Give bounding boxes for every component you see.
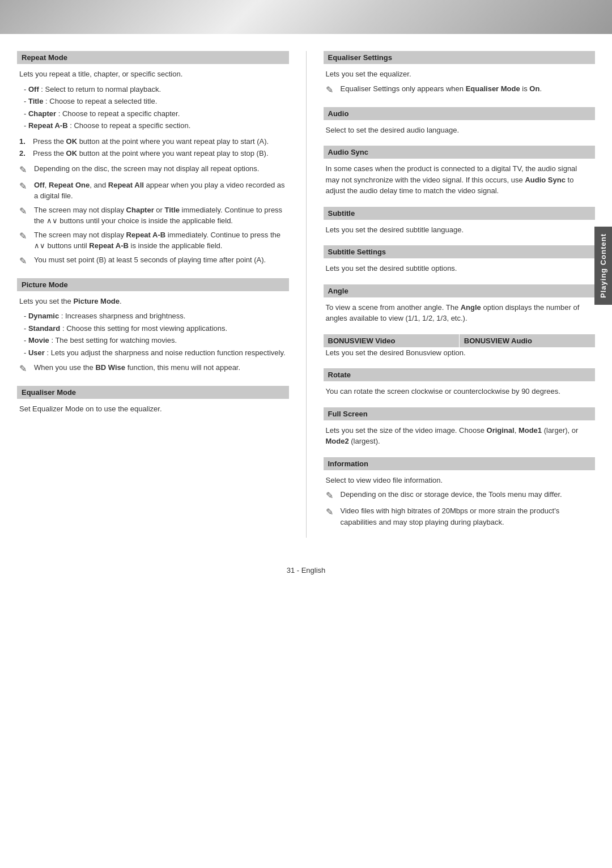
section-body-information: Select to view video file information. ✎…: [324, 475, 596, 528]
note-icon: ✎: [19, 205, 32, 218]
section-header-full-screen: Full Screen: [324, 407, 596, 420]
note-icon: ✎: [19, 163, 32, 177]
section-header-angle: Angle: [324, 284, 596, 297]
picture-mode-intro: Lets you set the Picture Mode.: [19, 296, 287, 307]
note-item: ✎ Equaliser Settings only appears when E…: [326, 83, 593, 97]
note-item: ✎ The screen may not display Repeat A-B …: [19, 229, 287, 252]
full-screen-body: Lets you set the size of the video image…: [326, 425, 593, 447]
note-text: You must set point (B) at least 5 second…: [34, 254, 266, 266]
section-header-subtitle-settings: Subtitle Settings: [324, 245, 596, 258]
note-text: The screen may not display Repeat A-B im…: [34, 229, 287, 252]
note-icon: ✎: [19, 180, 32, 193]
bonusview-header-row: BONUSVIEW Video BONUSVIEW Audio: [324, 334, 596, 347]
note-text: When you use the BD Wise function, this …: [34, 362, 240, 373]
note-icon: ✎: [19, 254, 32, 268]
page-number: 31 - English: [287, 566, 326, 575]
page-header: [0, 0, 612, 34]
note-icon: ✎: [19, 362, 32, 376]
section-body-audio-sync: In some cases when the product is connec…: [324, 163, 596, 197]
section-full-screen: Full Screen Lets you set the size of the…: [324, 407, 596, 447]
section-header-audio: Audio: [324, 107, 596, 120]
section-header-rotate: Rotate: [324, 368, 596, 381]
equaliser-settings-body: Lets you set the equalizer.: [326, 69, 593, 80]
section-body-equaliser-settings: Lets you set the equalizer. ✎ Equaliser …: [324, 69, 596, 97]
audio-sync-body: In some cases when the product is connec…: [326, 163, 593, 197]
note-item: ✎ Depending on the disc or storage devic…: [326, 489, 593, 503]
note-item: ✎ The screen may not display Chapter or …: [19, 205, 287, 227]
note-item: ✎ Off, Repeat One, and Repeat All appear…: [19, 180, 287, 202]
list-item: Chapter : Choose to repeat a specific ch…: [24, 108, 287, 120]
note-text: Depending on the disc, the screen may no…: [34, 163, 259, 175]
section-header-information: Information: [324, 457, 596, 470]
section-body-rotate: You can rotate the screen clockwise or c…: [324, 386, 596, 397]
section-body-audio: Select to set the desired audio language…: [324, 125, 596, 136]
content-area: Repeat Mode Lets you repeat a title, cha…: [0, 34, 612, 555]
section-audio: Audio Select to set the desired audio la…: [324, 107, 596, 136]
section-header-repeat-mode: Repeat Mode: [17, 51, 289, 64]
repeat-mode-intro: Lets you repeat a title, chapter, or spe…: [19, 69, 287, 80]
list-item: 2.Press the OK button at the point where…: [19, 147, 287, 160]
list-item: User : Lets you adjust the sharpness and…: [24, 347, 287, 359]
side-tab-playing-content: Playing Content: [594, 227, 612, 305]
section-bonusview: BONUSVIEW Video BONUSVIEW Audio Lets you…: [324, 334, 596, 359]
section-body-subtitle-settings: Lets you set the desired subtitle option…: [324, 263, 596, 274]
list-item: 1.Press the OK button at the point where…: [19, 135, 287, 148]
section-picture-mode: Picture Mode Lets you set the Picture Mo…: [17, 278, 289, 376]
section-repeat-mode: Repeat Mode Lets you repeat a title, cha…: [17, 51, 289, 268]
note-text: Off, Repeat One, and Repeat All appear w…: [34, 180, 287, 202]
section-audio-sync: Audio Sync In some cases when the produc…: [324, 146, 596, 197]
section-body-repeat-mode: Lets you repeat a title, chapter, or spe…: [17, 69, 289, 268]
section-equaliser-settings: Equaliser Settings Lets you set the equa…: [324, 51, 596, 97]
note-icon: ✎: [19, 229, 32, 243]
section-body-subtitle: Lets you set the desired subtitle langua…: [324, 224, 596, 236]
left-column: Repeat Mode Lets you repeat a title, cha…: [17, 51, 289, 538]
angle-body: To view a scene from another angle. The …: [326, 302, 593, 324]
note-item: ✎ When you use the BD Wise function, thi…: [19, 362, 287, 376]
section-header-audio-sync: Audio Sync: [324, 146, 596, 159]
section-header-subtitle: Subtitle: [324, 207, 596, 220]
page-footer: 31 - English: [0, 555, 612, 580]
note-item: ✎ You must set point (B) at least 5 seco…: [19, 254, 287, 268]
section-header-picture-mode: Picture Mode: [17, 278, 289, 291]
audio-body: Select to set the desired audio language…: [326, 125, 593, 136]
section-angle: Angle To view a scene from another angle…: [324, 284, 596, 324]
note-icon: ✎: [326, 505, 338, 519]
section-body-picture-mode: Lets you set the Picture Mode. Dynamic :…: [17, 296, 289, 376]
section-body-bonusview: Lets you set the desired Bonusview optio…: [324, 347, 596, 359]
list-item: Off : Select to return to normal playbac…: [24, 83, 287, 96]
picture-mode-bullets: Dynamic : Increases sharpness and bright…: [19, 310, 287, 359]
bonusview-audio-header: BONUSVIEW Audio: [460, 334, 595, 347]
bonusview-video-header: BONUSVIEW Video: [324, 334, 460, 347]
note-item: ✎ Video files with high bitrates of 20Mb…: [326, 505, 593, 527]
list-item: Title : Choose to repeat a selected titl…: [24, 95, 287, 108]
note-item: ✎ Depending on the disc, the screen may …: [19, 163, 287, 177]
section-body-equaliser-mode: Set Equalizer Mode on to use the equaliz…: [17, 403, 289, 415]
section-subtitle: Subtitle Lets you set the desired subtit…: [324, 207, 596, 236]
list-item: Standard : Choose this setting for most …: [24, 322, 287, 335]
section-subtitle-settings: Subtitle Settings Lets you set the desir…: [324, 245, 596, 274]
list-item: Dynamic : Increases sharpness and bright…: [24, 310, 287, 322]
bonusview-body: Lets you set the desired Bonusview optio…: [326, 347, 593, 359]
note-text: Depending on the disc or storage device,…: [341, 489, 562, 500]
equaliser-mode-body: Set Equalizer Mode on to use the equaliz…: [19, 403, 287, 415]
note-icon: ✎: [326, 489, 338, 503]
section-equaliser-mode: Equaliser Mode Set Equalizer Mode on to …: [17, 386, 289, 415]
section-rotate: Rotate You can rotate the screen clockwi…: [324, 368, 596, 397]
rotate-body: You can rotate the screen clockwise or c…: [326, 386, 593, 397]
repeat-mode-bullets: Off : Select to return to normal playbac…: [19, 83, 287, 132]
section-information: Information Select to view video file in…: [324, 457, 596, 528]
note-text: Video files with high bitrates of 20Mbps…: [341, 505, 593, 527]
list-item: Movie : The best setting for watching mo…: [24, 334, 287, 347]
section-body-angle: To view a scene from another angle. The …: [324, 302, 596, 324]
note-text: Equaliser Settings only appears when Equ…: [341, 83, 542, 95]
subtitle-body: Lets you set the desired subtitle langua…: [326, 224, 593, 236]
note-icon: ✎: [326, 83, 338, 97]
subtitle-settings-body: Lets you set the desired subtitle option…: [326, 263, 593, 274]
section-header-equaliser-mode: Equaliser Mode: [17, 386, 289, 399]
list-item: Repeat A-B : Choose to repeat a specific…: [24, 120, 287, 132]
right-column: Equaliser Settings Lets you set the equa…: [306, 51, 596, 538]
section-body-full-screen: Lets you set the size of the video image…: [324, 425, 596, 447]
information-body: Select to view video file information.: [326, 475, 593, 486]
repeat-mode-numbered: 1.Press the OK button at the point where…: [19, 135, 287, 160]
note-text: The screen may not display Chapter or Ti…: [34, 205, 287, 227]
